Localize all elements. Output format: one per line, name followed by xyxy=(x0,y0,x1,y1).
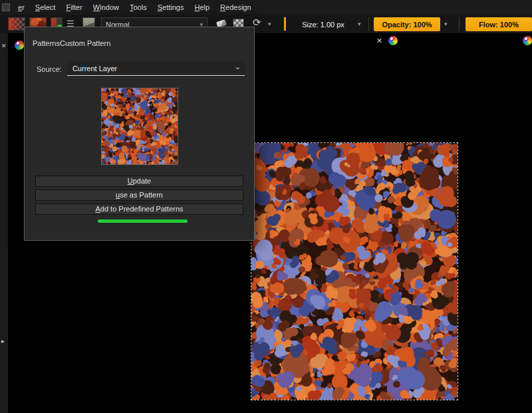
source-dropdown[interactable]: Current Layer ⌄ xyxy=(67,62,245,76)
menu-item-help[interactable]: Help xyxy=(189,1,215,13)
close-icon[interactable]: ✕ xyxy=(376,37,382,45)
use-as-pattern-button[interactable]: use as Pattern xyxy=(35,190,243,201)
menu-item-filter[interactable]: Filter xyxy=(61,1,87,13)
menu-item-select[interactable]: Select xyxy=(30,1,61,13)
canvas-pattern-image[interactable] xyxy=(251,143,458,400)
app-icon xyxy=(2,3,10,11)
close-icon[interactable]: ✕ xyxy=(1,43,7,49)
krita-window: er Select Filter Window Tools Settings H… xyxy=(0,0,532,413)
progress-bar xyxy=(98,219,188,223)
menu-item-tools[interactable]: Tools xyxy=(124,1,152,13)
source-dropdown-value: Current Layer xyxy=(72,65,117,72)
menu-item-window[interactable]: Window xyxy=(88,1,124,13)
menu-bar: er Select Filter Window Tools Settings H… xyxy=(0,0,532,15)
opacity-slider[interactable]: Opacity: 100% xyxy=(374,17,440,31)
dialog-buttons: Update use as Pattern Add to Predefined … xyxy=(35,176,243,215)
menu-item-settings[interactable]: Settings xyxy=(152,1,190,13)
dialog-title: PatternsCustom Pattern xyxy=(33,39,254,47)
menu-item-redesign[interactable]: Redesign xyxy=(215,1,257,13)
pattern-preview-frame xyxy=(101,88,178,165)
gradient-swatch[interactable] xyxy=(8,17,25,31)
color-wheel-icon[interactable] xyxy=(523,36,532,45)
collapse-arrow-icon[interactable]: ▸ xyxy=(1,338,5,344)
source-label: Source: xyxy=(37,65,62,73)
selection-marquee xyxy=(251,142,458,400)
add-to-predefined-button-label: Add to Predefined Patterns xyxy=(36,204,243,214)
use-as-pattern-button-label: use as Pattern xyxy=(36,190,243,200)
chevron-down-icon: ⌄ xyxy=(235,63,241,71)
color-wheel-icon[interactable] xyxy=(15,41,24,50)
custom-pattern-preview xyxy=(102,88,178,164)
flow-slider[interactable]: Flow: 100% xyxy=(466,17,532,31)
chevron-down-icon[interactable]: ▾ xyxy=(268,17,271,31)
left-docker-strip: ✕ ▸ xyxy=(0,33,9,413)
toolbar-separator xyxy=(459,17,460,31)
update-button-label: Update xyxy=(36,176,243,186)
menu-item-layer[interactable]: er xyxy=(13,1,30,13)
toolbar-separator xyxy=(368,17,369,31)
brush-size-value: Size: 1.00 px xyxy=(302,21,344,29)
update-button[interactable]: Update xyxy=(35,176,243,187)
custom-pattern-dialog: PatternsCustom Pattern Source: Current L… xyxy=(24,27,255,241)
chevron-down-icon[interactable]: ▾ xyxy=(358,17,361,31)
source-row: Source: Current Layer ⌄ xyxy=(37,62,245,76)
color-wheel-icon[interactable] xyxy=(388,36,398,45)
chevron-down-icon[interactable]: ▾ xyxy=(444,17,448,31)
brush-size-field[interactable]: Size: 1.00 px xyxy=(291,17,355,31)
accent-bar xyxy=(284,17,286,31)
flow-value: Flow: 100% xyxy=(479,21,519,29)
add-to-predefined-button[interactable]: Add to Predefined Patterns xyxy=(35,204,243,215)
opacity-value: Opacity: 100% xyxy=(382,21,432,29)
